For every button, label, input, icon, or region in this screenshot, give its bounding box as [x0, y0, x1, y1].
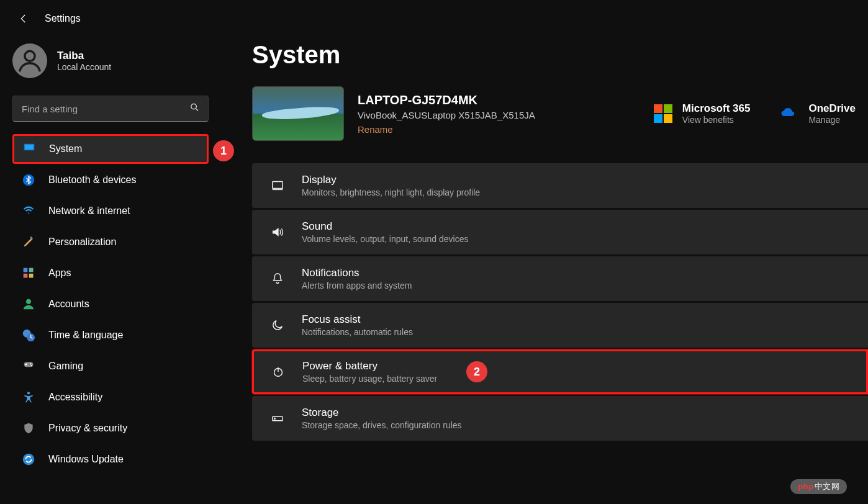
sidebar-item-label: Time & language: [48, 330, 123, 341]
sidebar-item-label: Network & internet: [48, 205, 130, 217]
sidebar-item-label: Privacy & security: [48, 423, 127, 434]
callout-badge-1: 1: [213, 140, 234, 161]
sidebar-item-label: Gaming: [48, 361, 83, 372]
sidebar-item-apps[interactable]: Apps: [12, 258, 209, 288]
moon-icon: [269, 317, 286, 333]
person-icon: [21, 297, 36, 312]
svg-rect-3: [25, 145, 34, 150]
power-icon: [270, 364, 286, 380]
app-title: Settings: [45, 13, 81, 24]
svg-point-21: [274, 418, 276, 420]
sound-icon: [269, 224, 286, 240]
monitor-icon: [22, 142, 37, 156]
setting-sound[interactable]: Sound Volume levels, output, input, soun…: [252, 210, 868, 254]
storage-icon: [269, 410, 286, 426]
back-button[interactable]: [17, 12, 30, 25]
setting-title: Power & battery: [302, 360, 437, 372]
sidebar-item-label: Bluetooth & devices: [48, 174, 136, 186]
onedrive-title: OneDrive: [808, 102, 856, 115]
nav-list: System 1 Bluetooth & devices Network & i…: [12, 134, 209, 474]
device-model: VivoBook_ASUSLaptop X515JAB_X515JA: [358, 110, 535, 120]
wifi-icon: [21, 204, 36, 218]
svg-point-0: [25, 51, 35, 61]
sidebar-item-label: System: [49, 143, 82, 155]
setting-subtitle: Monitors, brightness, night light, displ…: [302, 187, 480, 197]
sidebar-item-personalization[interactable]: Personalization: [12, 227, 209, 257]
setting-subtitle: Sleep, battery usage, battery saver: [302, 374, 437, 384]
clock-globe-icon: [21, 328, 36, 343]
onedrive-sub: Manage: [808, 115, 856, 125]
setting-subtitle: Storage space, drives, configuration rul…: [302, 420, 462, 430]
account-name: Taiba: [57, 50, 111, 62]
brush-icon: [21, 235, 36, 250]
svg-rect-9: [29, 274, 34, 278]
setting-storage[interactable]: Storage Storage space, drives, configura…: [252, 396, 868, 441]
shield-icon: [21, 421, 36, 436]
desktop-thumbnail[interactable]: [252, 86, 344, 141]
svg-point-1: [191, 104, 197, 109]
svg-rect-18: [273, 182, 283, 189]
sidebar: Taiba Local Account System 1 Bluetooth &…: [0, 37, 221, 474]
sidebar-item-network-internet[interactable]: Network & internet: [12, 196, 209, 226]
bluetooth-icon: [21, 173, 36, 187]
gamepad-icon: [21, 359, 36, 374]
account-row[interactable]: Taiba Local Account: [12, 37, 209, 91]
sidebar-item-accounts[interactable]: Accounts: [12, 289, 209, 319]
account-type: Local Account: [57, 62, 111, 72]
setting-subtitle: Alerts from apps and system: [302, 281, 412, 290]
svg-point-14: [30, 363, 31, 364]
setting-title: Sound: [302, 220, 469, 233]
update-icon: [21, 452, 36, 467]
setting-focus-assist[interactable]: Focus assist Notifications, automatic ru…: [252, 303, 868, 348]
svg-point-17: [23, 454, 34, 465]
apps-icon: [21, 266, 36, 281]
ms365-sub: View benefits: [682, 115, 751, 125]
setting-power-battery[interactable]: Power & battery Sleep, battery usage, ba…: [252, 349, 868, 394]
setting-title: Focus assist: [302, 313, 413, 326]
setting-subtitle: Volume levels, output, input, sound devi…: [302, 234, 469, 244]
sidebar-item-label: Accessibility: [48, 392, 102, 403]
page-title: System: [252, 41, 868, 69]
svg-rect-7: [29, 268, 34, 272]
sidebar-item-label: Windows Update: [48, 454, 124, 465]
svg-point-10: [26, 299, 31, 304]
sidebar-item-bluetooth-devices[interactable]: Bluetooth & devices: [12, 165, 209, 195]
setting-subtitle: Notifications, automatic rules: [302, 327, 413, 337]
svg-rect-8: [24, 274, 28, 278]
onedrive-promo[interactable]: OneDrive Manage: [777, 102, 856, 125]
sidebar-item-windows-update[interactable]: Windows Update: [12, 444, 209, 474]
sidebar-item-time-language[interactable]: Time & language: [12, 320, 209, 350]
setting-title: Storage: [302, 407, 462, 419]
sidebar-item-accessibility[interactable]: Accessibility: [12, 382, 209, 412]
setting-title: Notifications: [302, 267, 412, 279]
settings-list: Display Monitors, brightness, night ligh…: [252, 163, 868, 441]
search-icon: [189, 102, 200, 115]
content: System LAPTOP-GJ57D4MK VivoBook_ASUSLapt…: [221, 37, 868, 474]
sidebar-item-label: Personalization: [48, 236, 116, 248]
setting-notifications[interactable]: Notifications Alerts from apps and syste…: [252, 256, 868, 301]
microsoft-365-icon: [654, 104, 672, 123]
setting-title: Display: [302, 174, 480, 186]
sidebar-item-label: Accounts: [48, 299, 89, 310]
sidebar-item-label: Apps: [48, 268, 71, 279]
sidebar-item-privacy-security[interactable]: Privacy & security: [12, 413, 209, 443]
ms365-title: Microsoft 365: [682, 102, 751, 115]
avatar: [12, 43, 47, 78]
setting-display[interactable]: Display Monitors, brightness, night ligh…: [252, 163, 868, 208]
microsoft-365-promo[interactable]: Microsoft 365 View benefits: [654, 102, 751, 125]
svg-point-16: [27, 392, 30, 394]
onedrive-icon: [777, 105, 798, 122]
rename-link[interactable]: Rename: [358, 124, 535, 135]
svg-rect-5: [30, 236, 33, 240]
display-icon: [269, 178, 286, 194]
callout-badge-2: 2: [466, 361, 487, 382]
bell-icon: [269, 271, 286, 287]
device-name: LAPTOP-GJ57D4MK: [358, 93, 535, 107]
accessibility-icon: [21, 390, 36, 405]
search-input[interactable]: [12, 96, 209, 122]
sidebar-item-gaming[interactable]: Gaming: [12, 351, 209, 381]
sidebar-item-system[interactable]: System 1: [12, 134, 209, 164]
watermark: php中文网: [790, 479, 847, 494]
svg-point-15: [31, 365, 32, 366]
svg-rect-6: [24, 268, 28, 272]
